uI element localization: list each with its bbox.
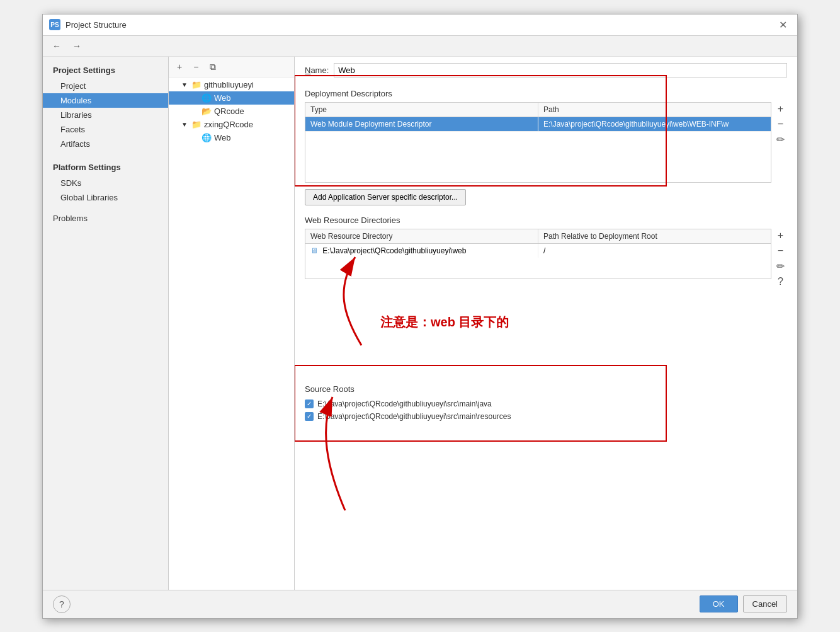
dd-cell-type: Web Module Deployment Descriptor [305, 117, 538, 131]
sidebar-divider [43, 151, 168, 156]
dd-cell-path: E:\Java\project\QRcode\githubliuyueyi\we… [538, 117, 771, 131]
wrd-cell-relative: / [538, 244, 771, 258]
checkbox-0[interactable]: ✓ [305, 399, 314, 408]
dd-empty-area [305, 132, 771, 182]
wrd-dir-icon: 🖥 [310, 246, 318, 255]
main-content: Project Settings Project Modules Librari… [43, 57, 797, 590]
dialog-title: Project Structure [65, 20, 127, 30]
sidebar-item-project[interactable]: Project [43, 79, 168, 93]
cancel-button[interactable]: Cancel [743, 595, 787, 612]
dd-col-path: Path [538, 103, 771, 117]
wrd-col-directory: Web Resource Directory [305, 229, 538, 243]
deployment-descriptors-table: Type Path Web Module Deployment Descript… [305, 102, 771, 183]
nav-toolbar: ← → [43, 36, 797, 57]
bottom-bar: ? OK Cancel [43, 590, 797, 618]
wrd-help-button[interactable]: ? [774, 275, 787, 289]
tree-item-qrcode[interactable]: 📂 QRcode [169, 105, 294, 118]
close-button[interactable]: ✕ [775, 18, 791, 32]
sidebar-item-artifacts[interactable]: Artifacts [43, 137, 168, 151]
right-panel: Name: Deployment Descriptors Type Path W… [295, 57, 797, 590]
project-settings-header: Project Settings [43, 62, 168, 79]
web-icon-web1: 🌐 [201, 93, 212, 103]
source-roots-section: Source Roots ✓ E:\Java\project\QRcode\gi… [305, 384, 787, 423]
middle-panel: + − ⧉ ▼ 📁 githubliuyueyi 🌐 Web 📂 QRcode [169, 57, 295, 590]
annotation-text: 注意是：web 目录下的 [380, 314, 509, 331]
title-bar-left: PS Project Structure [49, 19, 127, 30]
wrd-col-relative: Path Relative to Deployment Root [538, 229, 771, 243]
wrd-side-buttons: + − ✏ ? [774, 229, 787, 289]
name-label: Name: [305, 66, 329, 75]
sidebar-item-libraries[interactable]: Libraries [43, 108, 168, 122]
dd-add-button[interactable]: + [774, 102, 787, 116]
platform-settings-header: Platform Settings [43, 159, 168, 176]
dd-col-type: Type [305, 103, 538, 117]
wrd-cell-directory: 🖥 E:\Java\project\QRcode\githubliuyueyi\… [305, 244, 538, 258]
copy-module-button[interactable]: ⧉ [205, 59, 220, 75]
source-root-1: ✓ E:\Java\project\QRcode\githubliuyueyi\… [305, 410, 787, 423]
ok-button[interactable]: OK [700, 595, 738, 612]
tree-item-web2[interactable]: 🌐 Web [169, 131, 294, 144]
wrd-table-header: Web Resource Directory Path Relative to … [305, 229, 771, 244]
sidebar: Project Settings Project Modules Librari… [43, 57, 169, 590]
web-resource-section: Web Resource Directory Path Relative to … [305, 229, 787, 289]
checkbox-1[interactable]: ✓ [305, 412, 314, 421]
tree-item-zxingqrcode[interactable]: ▼ 📁 zxingQRcode [169, 118, 294, 131]
app-icon: PS [49, 19, 60, 30]
deployment-descriptors-section: Type Path Web Module Deployment Descript… [305, 102, 787, 183]
wrd-row-0[interactable]: 🖥 E:\Java\project\QRcode\githubliuyueyi\… [305, 244, 771, 258]
sidebar-item-modules[interactable]: Modules [43, 93, 168, 108]
source-root-0: ✓ E:\Java\project\QRcode\githubliuyueyi\… [305, 398, 787, 410]
folder-icon-qrcode: 📂 [201, 106, 212, 116]
project-structure-dialog: PS Project Structure ✕ ← → Project Setti… [42, 14, 798, 619]
tree-label-githubliuyueyi: githubliuyueyi [204, 80, 254, 89]
sidebar-item-global-libraries[interactable]: Global Libraries [43, 190, 168, 205]
web-icon-web2: 🌐 [201, 133, 212, 142]
tree-label-web1: Web [214, 93, 231, 103]
sidebar-divider2 [43, 205, 168, 210]
tree-arrow-githubliuyueyi: ▼ [181, 81, 189, 88]
folder-icon-zxingqrcode: 📁 [191, 120, 201, 129]
middle-toolbar: + − ⧉ [169, 57, 294, 78]
annotation-area: 注意是：web 目录下的 [305, 301, 787, 377]
deployment-descriptors-label: Deployment Descriptors [305, 89, 787, 98]
problems-section[interactable]: Problems [43, 210, 168, 227]
tree-label-qrcode: QRcode [214, 106, 244, 116]
dd-table-header: Type Path [305, 103, 771, 117]
web-resource-table: Web Resource Directory Path Relative to … [305, 229, 771, 279]
title-bar: PS Project Structure ✕ [43, 14, 797, 36]
tree-item-web1[interactable]: 🌐 Web [169, 91, 294, 105]
sidebar-item-facets[interactable]: Facets [43, 122, 168, 137]
source-roots-label: Source Roots [305, 384, 787, 394]
name-row: Name: [305, 63, 787, 78]
web-resource-directories-label: Web Resource Directories [305, 215, 787, 225]
add-descriptor-button[interactable]: Add Application Server specific descript… [305, 189, 466, 205]
name-input[interactable] [334, 63, 787, 78]
wrd-edit-button[interactable]: ✏ [774, 259, 787, 273]
wrd-remove-button[interactable]: − [774, 244, 787, 258]
tree-item-githubliuyueyi[interactable]: ▼ 📁 githubliuyueyi [169, 78, 294, 91]
add-module-button[interactable]: + [173, 59, 186, 74]
forward-button[interactable]: → [68, 38, 86, 54]
source-root-path-1: E:\Java\project\QRcode\githubliuyueyi\sr… [317, 412, 511, 421]
tree-label-zxingqrcode: zxingQRcode [204, 120, 253, 129]
dd-remove-button[interactable]: − [774, 117, 787, 131]
remove-module-button[interactable]: − [189, 59, 203, 74]
wrd-cell-directory-text: E:\Java\project\QRcode\githubliuyueyi\we… [322, 246, 466, 255]
dd-side-buttons: + − ✏ [774, 102, 787, 183]
folder-icon-githubliuyueyi: 📁 [191, 80, 201, 89]
tree-label-web2: Web [214, 133, 231, 142]
wrd-add-button[interactable]: + [774, 229, 787, 243]
tree-arrow-zxingqrcode: ▼ [181, 121, 189, 128]
dd-row-0[interactable]: Web Module Deployment Descriptor E:\Java… [305, 117, 771, 132]
help-button[interactable]: ? [53, 595, 71, 613]
dd-edit-button[interactable]: ✏ [774, 132, 787, 147]
back-button[interactable]: ← [48, 38, 65, 54]
source-root-path-0: E:\Java\project\QRcode\githubliuyueyi\sr… [317, 399, 492, 408]
sidebar-item-sdks[interactable]: SDKs [43, 176, 168, 190]
